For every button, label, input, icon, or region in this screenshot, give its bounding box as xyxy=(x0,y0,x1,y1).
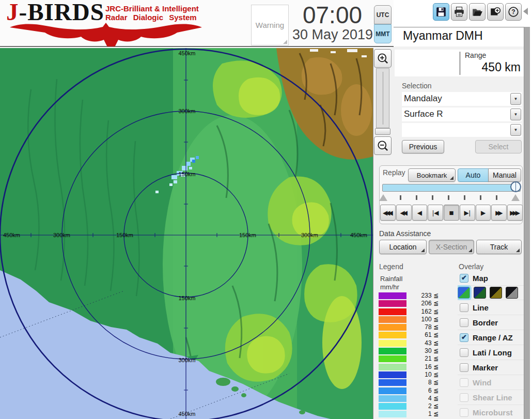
clock-time: 07:00 xyxy=(287,1,378,29)
print-button[interactable] xyxy=(451,3,467,21)
product-dropdown[interactable]: Surface R ▼ xyxy=(402,107,522,121)
legend-swatch xyxy=(379,379,406,386)
timezone-utc-button[interactable]: UTC xyxy=(374,5,392,24)
overlay-item-label: Lati / Long xyxy=(473,348,512,357)
overlay-item-label: Marker xyxy=(473,363,498,372)
add-image-button[interactable] xyxy=(487,3,504,21)
overlay-item-microburst: Microburst xyxy=(458,405,524,419)
overlay-item-line[interactable]: Line xyxy=(458,300,524,315)
legend-row: 30 ≦ xyxy=(379,348,439,354)
replay-slider-handle[interactable] xyxy=(510,181,521,192)
map-theme-swatch[interactable] xyxy=(506,287,518,299)
checkbox-icon[interactable] xyxy=(460,348,468,357)
skip-end-button[interactable]: ▶| xyxy=(460,205,475,221)
rewind-fast-button[interactable]: ◀◀◀ xyxy=(380,205,396,221)
checkbox-icon[interactable] xyxy=(460,303,468,312)
overlay-item-map[interactable]: Map xyxy=(458,271,524,286)
skip-start-button[interactable]: |◀ xyxy=(428,205,443,221)
overlay-item-range-az[interactable]: Range / AZ xyxy=(458,330,524,345)
open-folder-icon xyxy=(472,6,483,18)
step-back-button[interactable]: ◀ xyxy=(412,205,428,221)
checkbox-disabled-icon xyxy=(460,378,468,387)
legend-row: 100 ≦ xyxy=(379,316,439,323)
zoom-in-button[interactable] xyxy=(374,49,392,68)
legend-value: 162 ≦ xyxy=(406,308,439,315)
chevron-down-icon[interactable]: ▼ xyxy=(510,93,521,105)
legend-value: 206 ≦ xyxy=(406,300,439,307)
forward-button[interactable]: ▶▶ xyxy=(491,205,507,221)
map-theme-swatch[interactable] xyxy=(458,287,470,299)
transport-controls: ◀◀◀ ◀◀ ◀ |◀ ■ ▶| ▶ ▶▶ ▶▶▶ xyxy=(380,205,523,221)
chevron-down-icon[interactable]: ▼ xyxy=(510,108,521,120)
range-label: 450km xyxy=(350,232,367,238)
logo-subtitle: JRC-Brilliant & Intelligent Radar Dialog… xyxy=(105,4,199,22)
overlay-item-border[interactable]: Border xyxy=(458,315,524,330)
map-zoom-slider[interactable] xyxy=(376,68,389,128)
checkbox-checked-icon[interactable] xyxy=(460,333,468,342)
bookmark-button[interactable]: Bookmark xyxy=(408,168,456,182)
legend-swatch xyxy=(379,292,406,299)
checkbox-icon[interactable] xyxy=(460,363,468,372)
previous-button[interactable]: Previous xyxy=(402,140,444,153)
replay-auto-button[interactable]: Auto xyxy=(458,168,489,182)
map-theme-swatch[interactable] xyxy=(474,287,486,299)
vertical-scrollbar[interactable] xyxy=(524,27,530,419)
replay-time-slider[interactable] xyxy=(382,184,521,192)
slider-start-marker[interactable] xyxy=(379,194,387,201)
open-file-button[interactable] xyxy=(469,3,486,21)
legend-row: 4 ≦ xyxy=(379,395,439,402)
range-label: 450km xyxy=(178,411,195,417)
legend-row: 10 ≦ xyxy=(379,371,439,378)
overlay-item-wind: Wind xyxy=(458,375,524,390)
slider-tick xyxy=(496,195,497,200)
forward-fast-button[interactable]: ▶▶▶ xyxy=(507,205,523,221)
legend-row: 6 ≦ xyxy=(379,387,439,394)
eagle-logo-icon xyxy=(5,22,207,46)
legend-row: 61 ≦ xyxy=(379,332,439,338)
range-label: 300km xyxy=(53,232,70,238)
stop-button[interactable]: ■ xyxy=(444,205,459,221)
help-button[interactable]: ? xyxy=(505,3,522,21)
zoom-in-icon xyxy=(377,52,389,65)
print-icon xyxy=(453,6,465,18)
extra-dropdown[interactable]: ▼ xyxy=(402,123,522,137)
legend-row: 43 ≦ xyxy=(379,340,439,347)
legend-row: 16 ≦ xyxy=(379,364,439,370)
map-zoom-slider-handle[interactable] xyxy=(375,128,390,135)
radar-map-canvas[interactable]: 450km 300km 150km 150km 300km 450km 450k… xyxy=(0,48,373,419)
x-section-button[interactable]: X-Section xyxy=(429,240,474,254)
location-button[interactable]: Location xyxy=(379,240,427,254)
replay-manual-button[interactable]: Manual xyxy=(488,168,521,182)
save-icon xyxy=(435,6,447,18)
overlay-item-label: Shear Line xyxy=(473,393,512,402)
collapse-panel-arrow-icon[interactable] xyxy=(523,8,528,15)
site-dropdown-value: Mandalay xyxy=(404,94,442,104)
legend-value: 8 ≦ xyxy=(406,379,439,386)
rewind-button[interactable]: ◀◀ xyxy=(396,205,412,221)
overlay-item-marker[interactable]: Marker xyxy=(458,360,524,375)
legend-value: 30 ≦ xyxy=(406,348,439,354)
legend-value: 43 ≦ xyxy=(406,340,439,347)
select-button[interactable]: Select xyxy=(475,140,522,153)
warning-panel[interactable]: Warning xyxy=(251,5,289,45)
chevron-down-icon[interactable]: ▼ xyxy=(510,124,521,136)
map-theme-swatch[interactable] xyxy=(490,287,502,299)
zoom-out-button[interactable] xyxy=(374,136,392,155)
legend-value: 6 ≦ xyxy=(406,387,439,394)
add-image-icon xyxy=(490,6,501,18)
save-button[interactable] xyxy=(433,3,449,21)
slider-end-marker[interactable] xyxy=(511,194,520,201)
range-label: 150km xyxy=(116,232,133,238)
track-button[interactable]: Track xyxy=(476,240,522,254)
play-button[interactable]: ▶ xyxy=(476,205,491,221)
overlay-item-lati-long[interactable]: Lati / Long xyxy=(458,345,524,360)
checkbox-checked-icon[interactable] xyxy=(460,274,468,283)
timezone-mmt-button[interactable]: MMT xyxy=(374,24,392,43)
radar-map[interactable]: 450km 300km 150km 150km 300km 450km 450k… xyxy=(0,48,373,419)
rainfall-legend: 233 ≦ 206 ≦ 162 ≦ 100 ≦ 78 ≦ 61 ≦ 43 ≦ 3… xyxy=(379,292,439,419)
legend-unit-line1: Rainfall xyxy=(380,275,402,283)
legend-value: 100 ≦ xyxy=(406,316,439,323)
site-dropdown[interactable]: Mandalay ▼ xyxy=(402,92,522,106)
checkbox-icon[interactable] xyxy=(460,318,468,327)
legend-value: 1 ≦ xyxy=(406,411,439,417)
